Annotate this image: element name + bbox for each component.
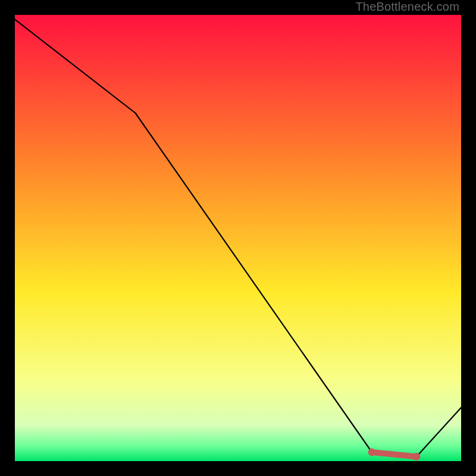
gradient-background	[15, 15, 461, 461]
chart-svg	[15, 15, 461, 461]
plot-area	[15, 15, 461, 461]
highlight-marker	[413, 453, 420, 461]
highlight-marker	[368, 449, 375, 456]
watermark-text: TheBottleneck.com	[355, 0, 459, 14]
chart-frame: TheBottleneck.com	[0, 0, 476, 476]
